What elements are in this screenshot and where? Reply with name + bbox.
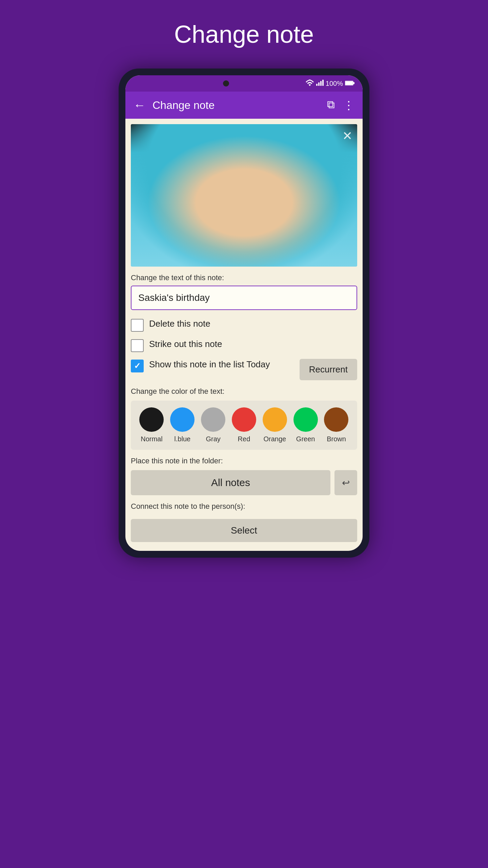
photo-close-button[interactable]: ✕ xyxy=(342,129,352,143)
color-brown[interactable]: Brown xyxy=(324,407,348,443)
svg-rect-6 xyxy=(345,81,353,85)
svg-rect-3 xyxy=(322,80,324,86)
recurrent-button[interactable]: Recurrent xyxy=(300,359,357,380)
color-section-label: Change the color of the text: xyxy=(131,387,357,396)
svg-rect-0 xyxy=(316,84,318,86)
delete-checkbox-row: Delete this note xyxy=(131,318,357,332)
delete-checkbox-label: Delete this note xyxy=(149,318,210,330)
signal-icon xyxy=(316,79,324,88)
color-label-green: Green xyxy=(296,435,315,443)
status-bar: 100% xyxy=(125,75,363,92)
wifi-icon xyxy=(305,79,314,88)
app-bar-title: Change note xyxy=(152,99,215,112)
color-label-normal: Normal xyxy=(141,435,162,443)
svg-rect-5 xyxy=(353,82,354,84)
color-green[interactable]: Green xyxy=(293,407,318,443)
back-button[interactable]: ← xyxy=(134,98,146,112)
app-bar: ← Change note ⧉ ⋮ xyxy=(125,92,363,119)
color-label-lblue: l.blue xyxy=(174,435,190,443)
contact-photo xyxy=(131,124,357,267)
color-circle-orange xyxy=(263,407,287,432)
status-bar-center xyxy=(223,80,229,86)
color-circle-red xyxy=(232,407,256,432)
color-label-brown: Brown xyxy=(327,435,346,443)
page-title: Change note xyxy=(174,20,314,48)
color-lblue[interactable]: l.blue xyxy=(170,407,195,443)
text-field-label: Change the text of this note: xyxy=(131,273,357,282)
color-label-gray: Gray xyxy=(206,435,220,443)
app-bar-right: ⧉ ⋮ xyxy=(327,98,354,112)
battery-text: 100% xyxy=(326,80,343,88)
folder-section-label: Place this note in the folder: xyxy=(131,457,357,465)
phone-frame: 100% ← Change note ⧉ ⋮ xyxy=(119,69,369,558)
content-area: ✕ Change the text of this note: Delete t… xyxy=(125,119,363,551)
color-normal[interactable]: Normal xyxy=(139,407,164,443)
folder-back-button[interactable]: ↩ xyxy=(334,470,357,495)
photo-container: ✕ xyxy=(131,124,357,267)
color-orange[interactable]: Orange xyxy=(263,407,287,443)
color-circle-brown xyxy=(324,407,348,432)
color-options-list: Normal l.blue Gray Red xyxy=(136,407,352,443)
color-red[interactable]: Red xyxy=(232,407,256,443)
svg-rect-1 xyxy=(318,82,320,86)
strikeout-checkbox-row: Strike out this note xyxy=(131,339,357,352)
color-label-orange: Orange xyxy=(263,435,286,443)
folder-back-icon: ↩ xyxy=(342,477,350,488)
connect-section: Connect this note to the person(s): Sele… xyxy=(131,502,357,542)
camera-dot xyxy=(223,80,229,86)
folder-button[interactable]: All notes xyxy=(131,470,330,495)
folder-row: All notes ↩ xyxy=(131,470,357,495)
select-person-button[interactable]: Select xyxy=(131,519,357,542)
status-bar-right: 100% xyxy=(305,79,354,88)
show-today-row: Show this note in the list Today Recurre… xyxy=(131,359,357,380)
folder-section: Place this note in the folder: All notes… xyxy=(131,457,357,495)
color-circle-green xyxy=(293,407,318,432)
svg-rect-2 xyxy=(320,81,322,86)
color-gray[interactable]: Gray xyxy=(201,407,225,443)
color-picker: Normal l.blue Gray Red xyxy=(131,401,357,450)
connect-section-label: Connect this note to the person(s): xyxy=(131,502,357,511)
copy-button[interactable]: ⧉ xyxy=(327,98,335,112)
battery-icon xyxy=(345,80,354,88)
app-bar-left: ← Change note xyxy=(134,98,215,112)
show-today-checkbox-group: Show this note in the list Today xyxy=(131,359,294,372)
strikeout-checkbox-label: Strike out this note xyxy=(149,339,222,350)
phone-screen: 100% ← Change note ⧉ ⋮ xyxy=(125,75,363,551)
color-circle-lblue xyxy=(170,407,195,432)
note-text-input[interactable] xyxy=(131,286,357,310)
share-button[interactable]: ⋮ xyxy=(343,98,354,112)
show-today-checkbox[interactable] xyxy=(131,360,144,372)
color-label-red: Red xyxy=(238,435,250,443)
text-form-section: Change the text of this note: xyxy=(131,272,357,318)
color-circle-normal xyxy=(139,407,164,432)
delete-checkbox[interactable] xyxy=(131,319,144,332)
strikeout-checkbox[interactable] xyxy=(131,339,144,352)
show-today-label: Show this note in the list Today xyxy=(149,359,270,370)
color-circle-gray xyxy=(201,407,225,432)
